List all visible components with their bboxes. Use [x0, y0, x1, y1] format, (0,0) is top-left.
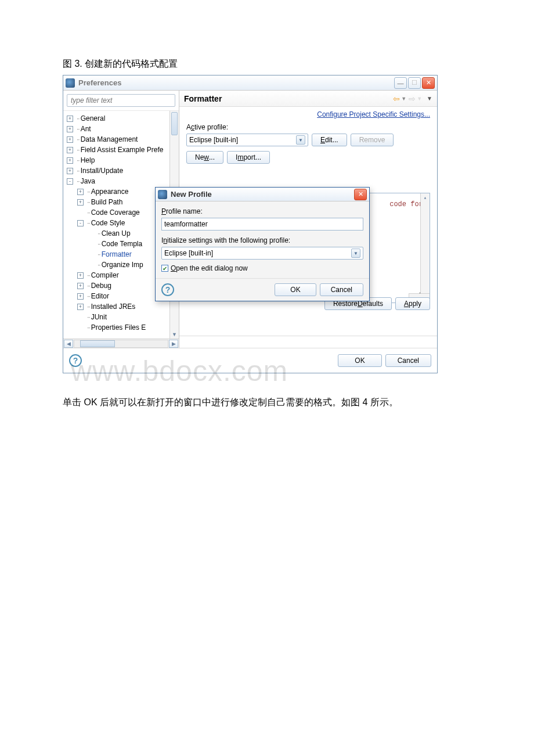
tree-item[interactable]: +··Installed JREs [67, 301, 169, 312]
open-edit-label: Open the edit dialog now [171, 264, 248, 272]
tree-item[interactable]: ··Organize Imp [67, 260, 169, 270]
maximize-button[interactable]: ☐ [408, 77, 421, 89]
tree-item[interactable]: +··Ant [67, 124, 169, 134]
dialog-ok-button[interactable]: OK [275, 283, 316, 296]
expand-icon[interactable]: + [77, 272, 84, 279]
tree-item-label: Organize Imp [102, 260, 143, 270]
tree-item[interactable]: +··Field Assist Example Prefe [67, 145, 169, 155]
nav-forward-icon[interactable]: ⇨ [409, 94, 416, 103]
panel-title: Formatter [184, 94, 222, 103]
tree-item[interactable]: +··Install/Update [67, 165, 169, 176]
preferences-tree[interactable]: +··General+··Ant+··Data Management+··Fie… [63, 111, 169, 339]
edit-button[interactable]: Edit... [312, 134, 347, 146]
tree-item-label: Install/Update [81, 165, 123, 176]
new-profile-dialog: New Profile ✕ Profile name: teamformatte… [155, 187, 370, 301]
dialog-close-button[interactable]: ✕ [354, 189, 367, 200]
tree-item-label: Java [81, 176, 95, 186]
tree-item-label: Clean Up [102, 228, 131, 239]
app-icon [158, 190, 167, 199]
filter-input[interactable] [67, 94, 175, 107]
app-icon [66, 78, 75, 88]
expand-icon[interactable]: + [67, 136, 73, 143]
expand-icon[interactable]: + [77, 189, 84, 195]
titlebar: Preferences — ☐ ✕ [63, 75, 437, 91]
nav-menu-icon[interactable]: ▼ [427, 95, 432, 102]
tree-item-label: Compiler [91, 270, 119, 280]
chevron-down-icon[interactable]: ▼ [351, 249, 360, 258]
expand-icon[interactable]: + [77, 199, 84, 206]
chevron-down-icon[interactable]: ▼ [296, 135, 305, 145]
scroll-thumb[interactable] [171, 112, 178, 135]
tree-item[interactable]: +··General [67, 113, 169, 124]
ok-button[interactable]: OK [338, 354, 381, 367]
close-button[interactable]: ✕ [422, 77, 435, 89]
panel-header: Formatter ⇦ ▼ ⇨ ▼ ▼ [179, 91, 437, 107]
nav-back-menu-icon[interactable]: ▼ [401, 96, 406, 102]
tree-item-label: Formatter [102, 249, 132, 260]
tree-item[interactable]: +··Compiler [67, 270, 169, 280]
tree-item-label: Build Path [91, 197, 123, 207]
expand-icon[interactable]: + [77, 283, 84, 289]
tree-item[interactable]: ··Properties Files E [67, 322, 169, 333]
figure-caption-bottom: 单击 OK 后就可以在新打开的窗口中进行修改定制自己需要的格式。如图 4 所示。 [63, 397, 476, 409]
init-profile-value: Eclipse [built-in] [164, 249, 213, 257]
collapse-icon[interactable]: - [77, 220, 84, 226]
tree-item[interactable]: -··Code Style [67, 218, 169, 228]
scroll-thumb-h[interactable] [80, 340, 115, 347]
nav-forward-menu-icon[interactable]: ▼ [417, 96, 422, 102]
tree-item[interactable]: ··Clean Up [67, 228, 169, 239]
tree-item-label: Appearance [91, 186, 129, 197]
tree-item[interactable]: ··Formatter [67, 249, 169, 260]
tree-item-label: Code Style [91, 218, 125, 228]
import-button[interactable]: Import... [227, 151, 270, 164]
active-profile-value: Eclipse [built-in] [189, 136, 238, 144]
tree-item[interactable]: ··JUnit [67, 312, 169, 322]
active-profile-label: Active profile: [186, 123, 431, 131]
scroll-up-icon[interactable]: ▴ [421, 193, 430, 201]
figure-caption-top: 图 3. 创建新的代码格式配置 [63, 58, 476, 70]
expand-icon[interactable]: + [67, 157, 73, 164]
scroll-right-icon[interactable]: ▶ [169, 340, 178, 348]
tree-item[interactable]: -··Java [67, 176, 169, 186]
open-edit-checkbox-row[interactable]: ✔ Open the edit dialog now [161, 264, 363, 272]
expand-icon[interactable]: + [77, 293, 84, 300]
expand-icon[interactable]: + [67, 116, 73, 122]
minimize-button[interactable]: — [394, 77, 407, 89]
tree-item[interactable]: ··Code Templa [67, 239, 169, 249]
apply-button[interactable]: Apply [395, 297, 430, 310]
tree-item-label: Field Assist Example Prefe [81, 145, 164, 155]
profile-name-input[interactable]: teamformatter [161, 218, 363, 231]
scroll-left-icon[interactable]: ◀ [64, 340, 73, 348]
tree-item[interactable]: +··Data Management [67, 134, 169, 145]
window-title: Preferences [78, 78, 121, 87]
new-button[interactable]: New... [186, 151, 223, 164]
dialog-help-icon[interactable]: ? [161, 283, 174, 296]
dialog-cancel-button[interactable]: Cancel [320, 283, 363, 296]
project-settings-link[interactable]: Configure Project Specific Settings... [317, 110, 430, 118]
dialog-title: New Profile [171, 190, 212, 199]
scroll-down-icon[interactable]: ▼ [170, 330, 179, 339]
remove-button: Remove [351, 134, 394, 146]
help-icon[interactable]: ? [69, 354, 82, 367]
tree-item-label: Ant [81, 124, 91, 134]
tree-item[interactable]: +··Build Path [67, 197, 169, 207]
tree-item[interactable]: +··Debug [67, 280, 169, 291]
expand-icon[interactable]: + [67, 126, 73, 132]
nav-back-icon[interactable]: ⇦ [393, 94, 400, 103]
collapse-icon[interactable]: - [67, 178, 73, 185]
expand-icon[interactable]: + [67, 168, 73, 174]
tree-item[interactable]: +··Editor [67, 291, 169, 301]
tree-item[interactable]: +··Appearance [67, 186, 169, 197]
tree-item[interactable]: ··Code Coverage [67, 207, 169, 218]
cancel-button[interactable]: Cancel [385, 354, 431, 367]
tree-scrollbar-horizontal[interactable]: ◀ ▶ [63, 339, 179, 348]
expand-icon[interactable]: + [77, 304, 84, 310]
tree-item[interactable]: +··Help [67, 155, 169, 165]
active-profile-dropdown[interactable]: Eclipse [built-in] ▼ [186, 134, 308, 146]
init-profile-dropdown[interactable]: Eclipse [built-in] ▼ [161, 247, 363, 260]
preview-scrollbar-vertical[interactable]: ▴ ▾ [420, 193, 430, 303]
checkbox-checked-icon[interactable]: ✔ [161, 265, 168, 272]
expand-icon[interactable]: + [67, 147, 73, 153]
profile-name-label: Profile name: [161, 207, 363, 215]
tree-item-label: Code Templa [102, 239, 143, 249]
